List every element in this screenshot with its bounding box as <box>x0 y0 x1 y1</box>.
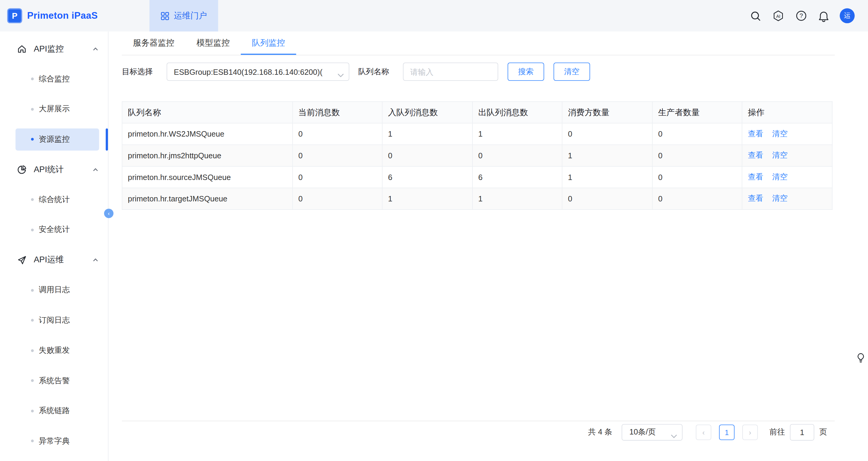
sidebar-item-security-stats[interactable]: 安全统计 <box>0 215 108 245</box>
sidebar-section-label: API监控 <box>34 44 64 54</box>
sidebar-item-label: 订阅日志 <box>39 315 70 325</box>
ai-assistant-icon[interactable]: AI <box>772 9 785 22</box>
tab-server-monitor[interactable]: 服务器监控 <box>122 32 185 55</box>
sidebar-item-overall-stats[interactable]: 综合统计 <box>0 185 108 215</box>
cell-producers: 0 <box>652 188 742 210</box>
brand-name: Primeton iPaaS <box>27 10 98 22</box>
sidebar-collapse-button[interactable]: ‹ <box>104 209 113 218</box>
queue-name-label: 队列名称 <box>358 67 389 76</box>
queue-name-input[interactable] <box>403 62 498 81</box>
sidebar-item-system-alerts[interactable]: 系统告警 <box>0 366 108 396</box>
view-link[interactable]: 查看 <box>748 150 763 159</box>
bullet-dot-icon <box>31 439 34 442</box>
user-avatar[interactable]: 运 <box>840 8 855 24</box>
clear-button[interactable]: 清空 <box>554 62 590 81</box>
cell-current: 0 <box>292 123 382 145</box>
cell-enqueued: 1 <box>382 188 472 210</box>
sidebar-item-overall-monitor[interactable]: 综合监控 <box>0 64 108 94</box>
paper-plane-icon <box>17 254 28 266</box>
tab-queue-monitor[interactable]: 队列监控 <box>241 32 297 55</box>
target-select[interactable]: ESBGroup:ESB140(192.168.16.140:6200)( <box>167 62 349 81</box>
sidebar-item-subscription-logs[interactable]: 订阅日志 <box>0 305 108 336</box>
clear-link[interactable]: 清空 <box>772 150 787 159</box>
view-link[interactable]: 查看 <box>748 194 763 203</box>
search-icon[interactable] <box>749 9 762 22</box>
bullet-dot-icon <box>31 349 34 352</box>
notification-bell-icon[interactable] <box>817 9 830 22</box>
brand-logo-icon: P <box>7 8 22 24</box>
cell-dequeued: 1 <box>472 188 562 210</box>
table-row: primeton.hr.sourceJMSQueue 0 6 6 1 0 查看清… <box>122 166 832 188</box>
bullet-dot-icon <box>31 228 34 231</box>
clear-link[interactable]: 清空 <box>772 194 787 203</box>
view-link[interactable]: 查看 <box>748 129 763 138</box>
next-page-button[interactable]: › <box>742 425 758 440</box>
target-select-value: ESBGroup:ESB140(192.168.16.140:6200)( <box>174 67 322 76</box>
prev-page-button[interactable]: ‹ <box>696 425 711 440</box>
sidebar-item-label: 综合统计 <box>39 195 70 205</box>
col-enqueued-count: 入队列消息数 <box>382 102 472 123</box>
main-content: 服务器监控 模型监控 队列监控 目标选择 ESBGroup:ESB140(192… <box>109 32 868 461</box>
cell-queue-name: primeton.hr.sourceJMSQueue <box>122 166 292 188</box>
lightbulb-widget-icon[interactable] <box>856 353 866 363</box>
monitor-tabs: 服务器监控 模型监控 队列监控 <box>122 32 835 56</box>
goto-label: 前往 <box>769 427 785 437</box>
sidebar-item-resource-monitor[interactable]: 资源监控 <box>0 124 108 154</box>
sidebar-item-label: 资源监控 <box>39 134 70 145</box>
bullet-dot-icon <box>31 198 34 201</box>
sidebar-item-label: 失败重发 <box>39 345 70 356</box>
sidebar-section-api-ops[interactable]: API运维 <box>0 245 108 275</box>
bullet-dot-icon <box>31 138 34 141</box>
cell-producers: 0 <box>652 123 742 145</box>
cell-actions: 查看清空 <box>742 188 832 210</box>
cell-actions: 查看清空 <box>742 166 832 188</box>
cell-producers: 0 <box>652 145 742 166</box>
app-root: P Primeton iPaaS 运维门户 AI <box>0 0 868 461</box>
cell-producers: 0 <box>652 166 742 188</box>
page-size-select[interactable]: 10条/页 <box>622 424 683 440</box>
sidebar-section-api-stats[interactable]: API统计 <box>0 154 108 185</box>
clear-link[interactable]: 清空 <box>772 129 787 138</box>
sidebar-item-dashboard-display[interactable]: 大屏展示 <box>0 94 108 124</box>
cell-dequeued: 0 <box>472 145 562 166</box>
bullet-dot-icon <box>31 379 34 382</box>
col-consumer-count: 消费方数量 <box>562 102 652 123</box>
cell-actions: 查看清空 <box>742 123 832 145</box>
view-link[interactable]: 查看 <box>748 172 763 181</box>
chevron-down-icon <box>671 431 677 440</box>
page-unit-label: 页 <box>819 427 827 437</box>
bullet-dot-icon <box>31 289 34 291</box>
cell-enqueued: 1 <box>382 123 472 145</box>
clear-link[interactable]: 清空 <box>772 172 787 181</box>
svg-text:?: ? <box>799 12 803 19</box>
grid-icon <box>160 11 169 20</box>
table-row: primeton.hr.jms2httpQueue 0 0 0 1 0 查看清空 <box>122 145 832 166</box>
col-actions: 操作 <box>742 102 832 123</box>
cell-current: 0 <box>292 145 382 166</box>
tab-model-monitor[interactable]: 模型监控 <box>185 32 241 55</box>
cell-enqueued: 6 <box>382 166 472 188</box>
search-button[interactable]: 搜索 <box>508 62 544 81</box>
pagination-bar: 共 4 条 10条/页 ‹ 1 › 前往 页 <box>122 421 835 443</box>
cell-consumers: 0 <box>562 188 652 210</box>
sidebar-item-system-links[interactable]: 系统链路 <box>0 396 108 426</box>
portal-tab-ops[interactable]: 运维门户 <box>150 0 218 32</box>
header-actions: AI ? 运 <box>749 8 868 24</box>
chevron-up-icon <box>92 166 99 173</box>
cell-queue-name: primeton.hr.WS2JMSQueue <box>122 123 292 145</box>
top-header: P Primeton iPaaS 运维门户 AI <box>0 0 868 32</box>
current-page-button[interactable]: 1 <box>719 425 735 440</box>
cell-dequeued: 1 <box>472 123 562 145</box>
cell-consumers: 1 <box>562 145 652 166</box>
sidebar-item-call-logs[interactable]: 调用日志 <box>0 275 108 305</box>
bullet-dot-icon <box>31 319 34 322</box>
sidebar-item-exception-dictionary[interactable]: 异常字典 <box>0 426 108 456</box>
help-icon[interactable]: ? <box>795 9 808 22</box>
table-header-row: 队列名称 当前消息数 入队列消息数 出队列消息数 消费方数量 生产者数量 操作 <box>122 102 832 123</box>
cell-dequeued: 6 <box>472 166 562 188</box>
sidebar-section-api-monitor[interactable]: API监控 <box>0 34 108 64</box>
goto-page-input[interactable] <box>790 424 814 440</box>
cell-consumers: 1 <box>562 166 652 188</box>
sidebar-item-failure-resend[interactable]: 失败重发 <box>0 336 108 366</box>
sidebar-item-label: 调用日志 <box>39 285 70 295</box>
